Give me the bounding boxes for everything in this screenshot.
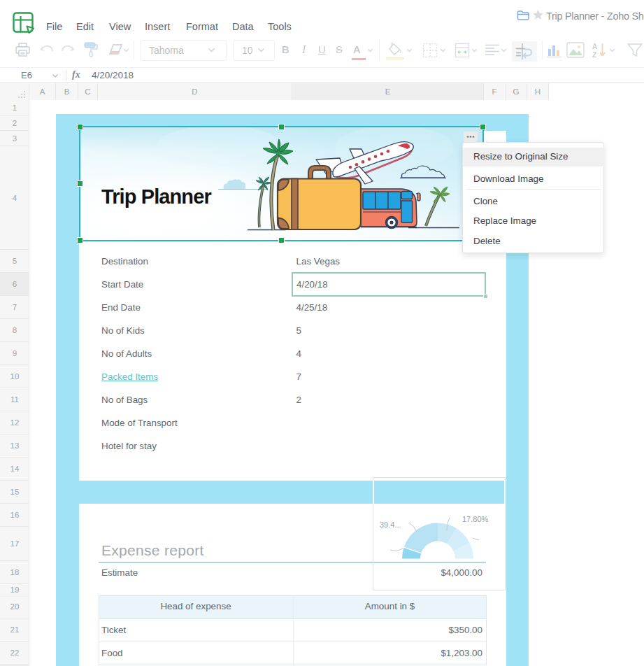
svg-text:Z: Z <box>592 51 596 59</box>
svg-text:39.4...: 39.4... <box>380 520 401 529</box>
svg-text:17.80%: 17.80% <box>462 515 489 523</box>
svg-text:A: A <box>592 43 597 50</box>
